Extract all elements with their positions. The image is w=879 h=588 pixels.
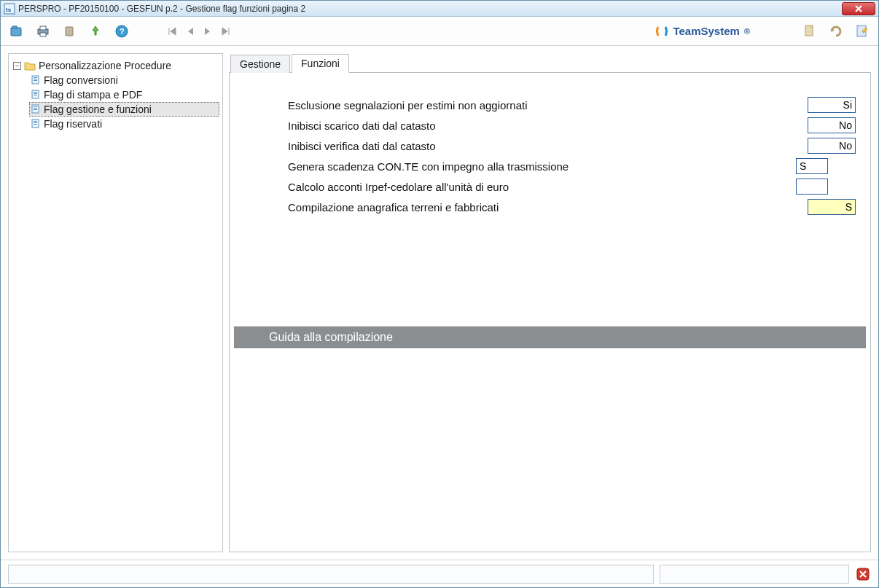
titlebar: ts PERSPRO - PF20150100 - GESFUN p.2 - G… — [1, 1, 878, 17]
svg-rect-13 — [34, 77, 37, 78]
status-field-secondary — [660, 565, 849, 584]
svg-rect-26 — [34, 122, 37, 123]
svg-rect-27 — [34, 124, 37, 125]
svg-rect-5 — [40, 26, 46, 30]
tab-funzioni[interactable]: Funzioni — [292, 54, 349, 73]
tree-item-flag-stampa-pdf[interactable]: Flag di stampa e PDF — [29, 87, 219, 102]
toolbar-right — [800, 21, 872, 42]
tree-root-row[interactable]: − Personalizzazione Procedure — [12, 58, 219, 73]
field-label: Compilazione anagrafica terreni e fabbri… — [288, 201, 796, 213]
page-icon — [31, 75, 41, 85]
folder-icon — [24, 60, 36, 71]
refresh-button[interactable] — [826, 21, 846, 42]
tab-page-funzioni: Esclusione segnalazioni per estimi non a… — [229, 72, 871, 552]
svg-rect-18 — [34, 93, 37, 94]
tree-item-label: Flag gestione e funzioni — [44, 103, 152, 115]
nav-prev-button[interactable] — [186, 26, 195, 36]
export-button[interactable] — [85, 21, 106, 42]
tree-children: Flag conversioni Flag di stampa e PDF Fl… — [12, 73, 219, 131]
toolbar: ? TeamSystem® — [1, 17, 878, 46]
tab-gestione[interactable]: Gestione — [230, 55, 290, 73]
svg-rect-20 — [32, 105, 39, 113]
row-genera-scadenza: Genera scadenza CON.TE con impegno alla … — [288, 156, 856, 176]
row-inibisci-verifica: Inibisci verifica dati dal catasto — [288, 136, 856, 156]
field-value-inibisci-scarico[interactable] — [808, 117, 856, 133]
nav-last-button[interactable] — [221, 26, 231, 36]
row-calcolo-acconti: Calcolo acconti Irpef-cedolare all'unità… — [288, 176, 856, 197]
svg-rect-25 — [34, 121, 37, 122]
tree-expander-icon[interactable]: − — [13, 62, 21, 70]
svg-text:ts: ts — [6, 7, 12, 13]
form-area: Esclusione segnalazioni per estimi non a… — [230, 73, 870, 232]
open-button[interactable] — [7, 21, 27, 42]
brand-logo-reg: ® — [744, 27, 750, 36]
tree-item-flag-riservati[interactable]: Flag riservati — [29, 117, 219, 131]
row-inibisci-scarico: Inibisci scarico dati dal catasto — [288, 115, 856, 136]
tree-root-label: Personalizzazione Procedure — [39, 60, 171, 71]
svg-rect-21 — [34, 106, 37, 107]
field-value-inibisci-verifica[interactable] — [808, 138, 856, 154]
print-button[interactable] — [33, 21, 53, 42]
nav-next-button[interactable] — [203, 26, 212, 36]
tree-item-label: Flag di stampa e PDF — [44, 89, 142, 101]
svg-rect-2 — [11, 28, 21, 36]
row-esclusione-segnalazioni: Esclusione segnalazioni per estimi non a… — [288, 95, 856, 115]
row-compilazione-anagrafica: Compilazione anagrafica terreni e fabbri… — [288, 197, 856, 217]
window-close-button[interactable] — [842, 2, 875, 15]
clipboard-button[interactable] — [59, 21, 79, 42]
field-label: Genera scadenza CON.TE con impegno alla … — [288, 160, 796, 173]
app-window: ts PERSPRO - PF20150100 - GESFUN p.2 - G… — [0, 0, 879, 588]
content-area: − Personalizzazione Procedure Flag conve… — [1, 46, 878, 560]
svg-rect-24 — [32, 119, 39, 128]
svg-text:?: ? — [120, 27, 125, 36]
help-button[interactable]: ? — [112, 21, 132, 42]
svg-rect-3 — [12, 26, 17, 28]
tree-item-flag-conversioni[interactable]: Flag conversioni — [29, 73, 219, 87]
field-value-esclusione[interactable] — [808, 97, 856, 113]
brand-logo-text: TeamSystem — [673, 25, 739, 37]
field-value-compilazione-anagrafica[interactable] — [808, 199, 856, 215]
tree-item-flag-gestione-funzioni[interactable]: Flag gestione e funzioni — [29, 102, 219, 117]
new-doc-button[interactable] — [800, 21, 820, 42]
tree-item-label: Flag riservati — [44, 118, 102, 130]
nav-first-button[interactable] — [167, 26, 177, 36]
svg-rect-23 — [34, 109, 37, 110]
guide-body — [234, 348, 866, 547]
field-value-calcolo-acconti[interactable] — [796, 179, 828, 195]
main-panel: Gestione Funzioni Esclusione segnalazion… — [229, 53, 871, 552]
field-label: Calcolo acconti Irpef-cedolare all'unità… — [288, 181, 796, 193]
tree-root: − Personalizzazione Procedure Flag conve… — [12, 58, 219, 131]
guide-title: Guida alla compilazione — [269, 331, 393, 344]
svg-rect-7 — [66, 27, 73, 36]
statusbar — [1, 560, 878, 587]
svg-rect-17 — [34, 92, 37, 93]
svg-rect-12 — [32, 76, 39, 84]
page-icon — [31, 104, 41, 114]
svg-rect-6 — [40, 33, 46, 36]
tree-item-label: Flag conversioni — [44, 74, 118, 86]
svg-rect-15 — [34, 80, 37, 81]
tree-panel: − Personalizzazione Procedure Flag conve… — [8, 53, 223, 552]
field-label: Inibisci verifica dati dal catasto — [288, 140, 796, 152]
svg-rect-14 — [34, 79, 37, 79]
form-spacer — [230, 232, 870, 326]
nav-group — [167, 26, 231, 36]
field-value-genera-scadenza[interactable] — [796, 158, 828, 174]
window-title: PERSPRO - PF20150100 - GESFUN p.2 - Gest… — [18, 4, 305, 14]
page-icon — [31, 119, 41, 129]
guide-header: Guida alla compilazione — [234, 326, 866, 348]
edit-doc-button[interactable] — [852, 21, 872, 42]
statusbar-close-button[interactable] — [855, 566, 871, 582]
brand-logo-icon — [655, 25, 668, 38]
field-label: Esclusione segnalazioni per estimi non a… — [288, 99, 796, 111]
brand-logo: TeamSystem® — [655, 25, 750, 38]
status-field-main — [8, 565, 654, 584]
svg-rect-19 — [34, 95, 37, 95]
svg-rect-16 — [32, 90, 39, 98]
tab-strip: Gestione Funzioni — [229, 53, 871, 72]
field-label: Inibisci scarico dati dal catasto — [288, 119, 796, 132]
page-icon — [31, 90, 41, 100]
app-icon: ts — [4, 3, 15, 15]
svg-rect-22 — [34, 108, 37, 109]
